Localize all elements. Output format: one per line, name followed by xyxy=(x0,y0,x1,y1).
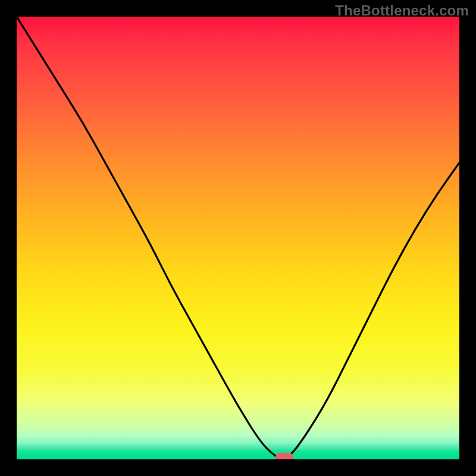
plot-area xyxy=(17,17,459,459)
optimal-marker xyxy=(275,453,293,459)
curve-svg xyxy=(17,17,459,459)
watermark-text: TheBottleneck.com xyxy=(335,2,469,19)
bottleneck-curve-path xyxy=(17,17,459,458)
chart-frame: TheBottleneck.com xyxy=(0,0,476,476)
